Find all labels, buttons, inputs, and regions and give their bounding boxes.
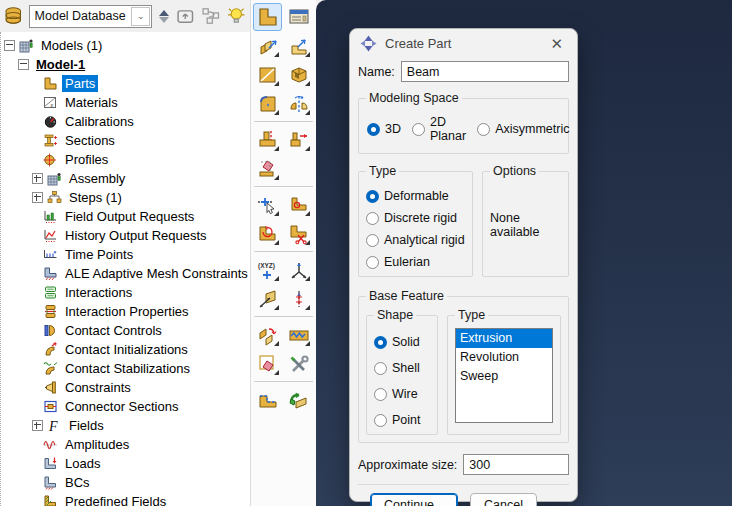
tree-item-label[interactable]: Constraints bbox=[62, 379, 134, 396]
radio-button[interactable] bbox=[366, 234, 379, 247]
collapse-icon[interactable] bbox=[4, 40, 15, 51]
shell-from-solid-button[interactable] bbox=[253, 32, 282, 60]
tree-item-label[interactable]: Interactions bbox=[62, 284, 135, 301]
tree-item-label[interactable]: Contact Stabilizations bbox=[62, 360, 193, 377]
radio-analytical-rigid[interactable]: Analytical rigid bbox=[366, 233, 465, 247]
tree-item-time-points[interactable]: Time Points bbox=[1, 245, 250, 264]
expand-icon[interactable] bbox=[32, 420, 43, 431]
round-chamfer-button[interactable] bbox=[253, 90, 282, 118]
datum-axis-button[interactable] bbox=[284, 285, 313, 313]
collapse-icon[interactable] bbox=[18, 59, 29, 70]
tree-item-label[interactable]: History Output Requests bbox=[62, 227, 210, 244]
tree-item-interaction-properties[interactable]: Interaction Properties bbox=[1, 302, 250, 321]
radio-2d-planar[interactable]: 2D Planar bbox=[412, 115, 466, 143]
tree-item-predefined-fields[interactable]: Predefined Fields bbox=[1, 492, 250, 506]
tree-item-label[interactable]: Materials bbox=[62, 94, 121, 111]
tree-item-label[interactable]: Contact Initializations bbox=[62, 341, 191, 358]
tree-item-label[interactable]: Connector Sections bbox=[62, 398, 181, 415]
tree-item-label[interactable]: ALE Adaptive Mesh Constraints bbox=[62, 265, 250, 282]
radio-discrete-rigid[interactable]: Discrete rigid bbox=[366, 211, 465, 225]
tree-item-label[interactable]: Loads bbox=[62, 455, 103, 472]
radio-button[interactable] bbox=[374, 362, 387, 375]
customize-tools-button[interactable] bbox=[284, 350, 313, 378]
tree-item-amplitudes[interactable]: Amplitudes bbox=[1, 435, 250, 454]
cancel-button[interactable]: Cancel bbox=[470, 493, 537, 506]
approximate-size-input[interactable]: 300 bbox=[463, 454, 569, 475]
tree-item-label[interactable]: Profiles bbox=[62, 151, 111, 168]
sketch-copy-button[interactable] bbox=[253, 321, 282, 349]
list-item-revolution[interactable]: Revolution bbox=[456, 348, 552, 367]
reference-point-button[interactable] bbox=[253, 191, 282, 219]
model-spinner[interactable] bbox=[157, 10, 170, 23]
spinner-down-icon[interactable] bbox=[159, 17, 169, 23]
sketch-zigzag-button[interactable] bbox=[284, 321, 313, 349]
chevron-down-icon[interactable]: ⌄ bbox=[131, 7, 150, 26]
fillet-corner-button[interactable] bbox=[284, 191, 313, 219]
partition-button[interactable] bbox=[253, 126, 282, 154]
tree-item-model-1[interactable]: Model-1 bbox=[1, 55, 250, 74]
tree-item-label[interactable]: Contact Controls bbox=[62, 322, 165, 339]
tree-item-label[interactable]: Models (1) bbox=[38, 37, 105, 54]
mirror-part-button[interactable] bbox=[284, 90, 313, 118]
tree-item-connector-sections[interactable]: Connector Sections bbox=[1, 397, 250, 416]
tree-item-materials[interactable]: ε Materials bbox=[1, 93, 250, 112]
radio-eulerian[interactable]: Eulerian bbox=[366, 255, 465, 269]
tree-item-loads[interactable]: Loads bbox=[1, 454, 250, 473]
part-manager-button[interactable] bbox=[284, 3, 313, 31]
tree-item-interactions[interactable]: Interactions bbox=[1, 283, 250, 302]
tree-item-label[interactable]: Sections bbox=[62, 132, 118, 149]
continue-button[interactable]: Continue... bbox=[370, 493, 458, 506]
remove-faces-button[interactable] bbox=[284, 61, 313, 89]
tree-item-models[interactable]: Models (1) bbox=[1, 36, 250, 55]
radio-deformable[interactable]: Deformable bbox=[366, 189, 465, 203]
tree-item-label[interactable]: BCs bbox=[62, 474, 93, 491]
planar-shell-button[interactable] bbox=[253, 61, 282, 89]
tree-item-steps[interactable]: Steps (1) bbox=[1, 188, 250, 207]
tree-item-label[interactable]: Interaction Properties bbox=[62, 303, 192, 320]
tree-item-label[interactable]: Assembly bbox=[66, 170, 128, 187]
model-database-combobox[interactable]: Model Database ⌄ bbox=[29, 5, 153, 28]
radio-button[interactable] bbox=[477, 123, 490, 136]
geometry-edit-button[interactable] bbox=[253, 386, 282, 414]
tree-item-sections[interactable]: Sections bbox=[1, 131, 250, 150]
radio-solid[interactable]: Solid bbox=[374, 335, 430, 349]
tree-item-label[interactable]: Steps (1) bbox=[66, 189, 125, 206]
dialog-titlebar[interactable]: Create Part ✕ bbox=[350, 29, 577, 58]
radio-wire[interactable]: Wire bbox=[374, 387, 430, 401]
tree-item-label[interactable]: Time Points bbox=[62, 246, 136, 263]
geometry-repair-button[interactable] bbox=[284, 386, 313, 414]
name-input[interactable]: Beam bbox=[401, 61, 569, 82]
tree-item-profiles[interactable]: Profiles bbox=[1, 150, 250, 169]
solid-from-shell-button[interactable] bbox=[284, 32, 313, 60]
erase-sketch-button[interactable] bbox=[253, 350, 282, 378]
feature-type-listbox[interactable]: Extrusion Revolution Sweep bbox=[455, 328, 553, 423]
tree-item-label[interactable]: Calibrations bbox=[62, 113, 137, 130]
radio-button[interactable] bbox=[374, 388, 387, 401]
radio-3d[interactable]: 3D bbox=[367, 115, 401, 143]
tree-item-calibrations[interactable]: Calibrations bbox=[1, 112, 250, 131]
tree-item-label[interactable]: Fields bbox=[66, 417, 107, 434]
tree-item-parts[interactable]: Parts bbox=[1, 74, 250, 93]
list-item-extrusion[interactable]: Extrusion bbox=[456, 329, 552, 348]
radio-point[interactable]: Point bbox=[374, 413, 430, 427]
datum-plane-button[interactable] bbox=[253, 285, 282, 313]
tree-item-constraints[interactable]: Constraints bbox=[1, 378, 250, 397]
tree-item-ale-adaptive-mesh-constraints[interactable]: ALE Adaptive Mesh Constraints bbox=[1, 264, 250, 283]
tree-item-label[interactable]: Amplitudes bbox=[62, 436, 132, 453]
close-icon[interactable]: ✕ bbox=[546, 34, 567, 53]
tree-item-bcs[interactable]: BCs bbox=[1, 473, 250, 492]
tree-item-label[interactable]: Model-1 bbox=[33, 56, 88, 73]
radio-button[interactable] bbox=[412, 123, 425, 136]
radio-button[interactable] bbox=[366, 212, 379, 225]
lightbulb-icon[interactable] bbox=[226, 5, 247, 27]
model-tree-icon[interactable] bbox=[201, 5, 222, 27]
tree-item-assembly[interactable]: Assembly bbox=[1, 169, 250, 188]
datum-point-button[interactable]: (XYZ) bbox=[253, 256, 282, 284]
tree-item-label[interactable]: Predefined Fields bbox=[62, 493, 169, 506]
radio-button[interactable] bbox=[366, 256, 379, 269]
tree-item-history-output-requests[interactable]: History Output Requests bbox=[1, 226, 250, 245]
tree-item-contact-initializations[interactable]: Contact Initializations bbox=[1, 340, 250, 359]
radio-button[interactable] bbox=[374, 414, 387, 427]
radio-button-checked[interactable] bbox=[366, 190, 379, 203]
radio-button-checked[interactable] bbox=[374, 336, 387, 349]
